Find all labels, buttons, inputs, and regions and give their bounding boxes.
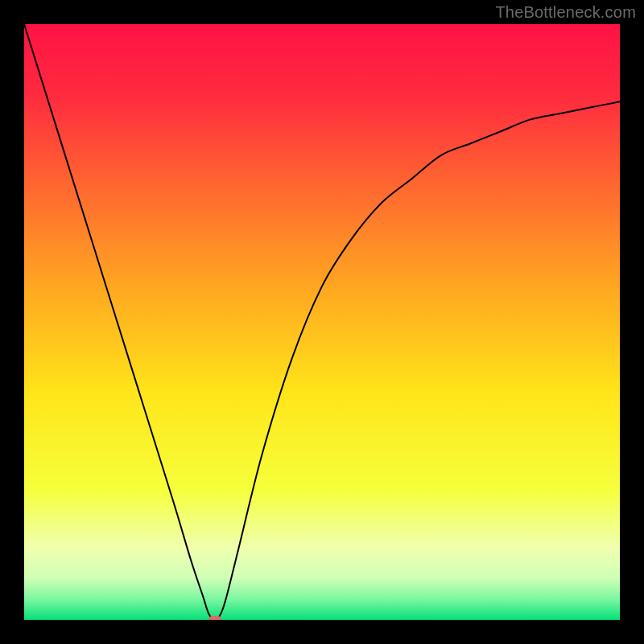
bottleneck-curve [24,24,620,620]
chart-frame: TheBottleneck.com [0,0,644,644]
plot-area [24,24,620,620]
site-watermark: TheBottleneck.com [495,3,636,22]
minimum-marker [208,616,221,620]
